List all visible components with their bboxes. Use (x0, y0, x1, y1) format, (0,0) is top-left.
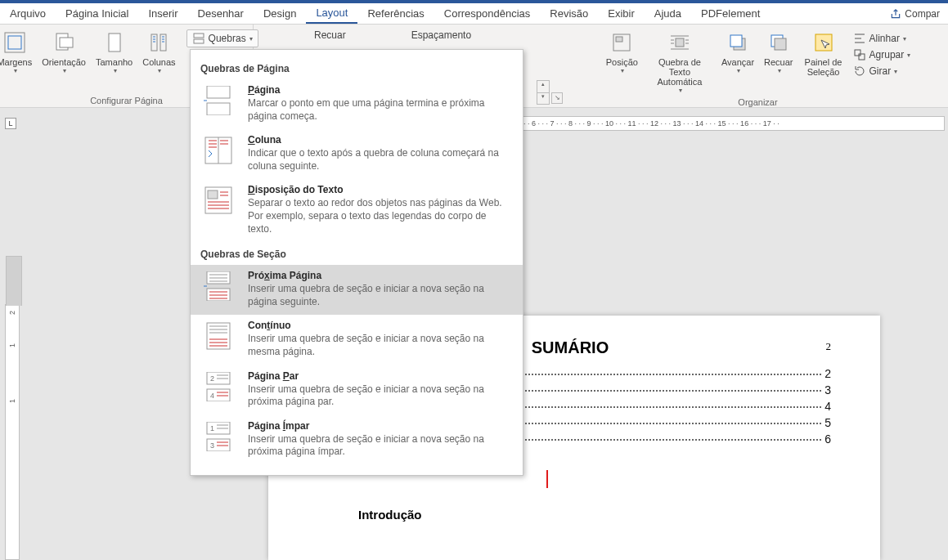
svg-rect-26 (207, 323, 230, 349)
dd-next-page-title: Próxima Página (248, 270, 513, 281)
menu-pdfelement[interactable]: PDFelement (691, 3, 770, 24)
menu-correspondencias[interactable]: Correspondências (434, 3, 541, 24)
dd-even-page-title: Página Par (248, 370, 513, 382)
svg-rect-15 (775, 38, 786, 50)
dd-item-column[interactable]: ColunaIndicar que o texto após a quebra … (191, 129, 523, 179)
dd-continuous-title: Contínuo (248, 320, 513, 331)
continuous-icon (200, 321, 236, 351)
svg-rect-17 (855, 50, 860, 56)
wrap-text-label: Quebra de Texto Automática (648, 57, 712, 87)
send-backward-button[interactable]: Recuar (762, 28, 795, 76)
margins-button[interactable]: Margens (0, 28, 34, 76)
menu-design[interactable]: Design (254, 3, 306, 24)
selection-pane-label: Painel de Seleção (803, 57, 844, 77)
introducao-heading: Introdução (358, 508, 831, 522)
paragraph-labels: Recuar Espaçamento (314, 29, 471, 41)
svg-rect-10 (616, 37, 622, 42)
share-button[interactable]: Compar (882, 8, 948, 20)
tab-selector[interactable]: L (5, 118, 16, 129)
menu-arquivo[interactable]: Arquivo (0, 3, 56, 24)
menu-revisao[interactable]: Revisão (540, 3, 598, 24)
margins-label: Margens (0, 57, 32, 67)
columns-button[interactable]: Colunas (140, 28, 177, 76)
svg-rect-3 (60, 38, 73, 47)
size-label: Tamanho (96, 57, 133, 67)
svg-rect-7 (194, 34, 204, 38)
menu-layout[interactable]: Layout (306, 3, 357, 24)
group-label: Agrupar (869, 49, 905, 60)
column-break-icon (200, 136, 236, 165)
menu-referencias[interactable]: Referências (357, 3, 434, 24)
size-button[interactable]: Tamanho (93, 28, 135, 76)
breaks-button[interactable]: Quebras ▾ (186, 29, 258, 47)
send-backward-icon (766, 29, 792, 56)
dd-section-page-breaks: Quebras de Página (191, 56, 523, 79)
dd-item-odd-page[interactable]: 13 Página ÍmparInserir uma quebra de seç… (191, 415, 523, 465)
send-backward-label: Recuar (764, 57, 793, 67)
vertical-ruler[interactable]: 2 1 1 (5, 304, 20, 560)
menu-desenhar[interactable]: Desenhar (188, 3, 254, 24)
columns-icon (146, 29, 172, 56)
bring-forward-button[interactable]: Avançar (719, 28, 757, 76)
svg-rect-23 (208, 190, 218, 199)
dd-item-page[interactable]: PáginaMarcar o ponto em que uma página t… (191, 79, 523, 129)
dd-item-next-page[interactable]: Próxima PáginaInserir uma quebra de seçã… (191, 265, 523, 315)
selection-pane-button[interactable]: Painel de Seleção (801, 28, 847, 78)
selection-pane-icon (811, 29, 837, 56)
page-number: 2 (826, 340, 832, 353)
horizontal-ruler[interactable]: · · 6 · · · 7 · · · 8 · · · 9 · · · 10 ·… (519, 116, 945, 131)
align-button[interactable]: Alinhar▾ (851, 31, 913, 46)
wrap-text-icon (667, 29, 693, 56)
text-wrap-break-icon (200, 186, 236, 215)
menu-pagina-inicial[interactable]: Página Inicial (56, 3, 138, 24)
svg-rect-18 (859, 54, 865, 60)
svg-text:3: 3 (210, 441, 214, 450)
svg-rect-11 (676, 38, 684, 47)
text-cursor (546, 470, 548, 488)
orientation-label: Orientação (42, 57, 86, 67)
rotate-button[interactable]: Girar▾ (851, 64, 913, 78)
position-icon (609, 29, 635, 56)
orientation-button[interactable]: Orientação (39, 28, 88, 76)
next-page-icon (200, 271, 236, 301)
svg-text:2: 2 (210, 374, 214, 383)
breaks-dropdown: Quebras de Página PáginaMarcar o ponto e… (190, 49, 523, 476)
paragraph-launcher[interactable]: ↘ (551, 92, 563, 104)
rotate-label: Girar (869, 65, 892, 77)
share-icon (890, 8, 901, 20)
svg-rect-4 (109, 34, 120, 52)
indent-label: Recuar (314, 29, 346, 41)
svg-rect-19 (207, 86, 230, 98)
spacing-label: Espaçamento (411, 29, 471, 41)
dd-item-even-page[interactable]: 24 Página ParInserir uma quebra de seção… (191, 365, 523, 415)
svg-rect-8 (194, 39, 204, 43)
svg-rect-1 (8, 36, 21, 49)
menu-inserir[interactable]: Inserir (138, 3, 187, 24)
bring-forward-icon (725, 29, 751, 56)
orientation-icon (51, 29, 77, 56)
svg-rect-13 (730, 35, 742, 47)
menu-exibir[interactable]: Exibir (598, 3, 645, 24)
breaks-label: Quebras (209, 33, 246, 44)
group-arrange: Posição Quebra de Texto Automática Avanç… (568, 25, 948, 107)
spinner[interactable]: ▴▾ (537, 80, 550, 105)
position-label: Posição (606, 57, 638, 67)
position-button[interactable]: Posição (604, 28, 640, 76)
dd-odd-page-title: Página Ímpar (248, 420, 513, 432)
menu-ajuda[interactable]: Ajuda (645, 3, 691, 24)
page-break-icon (200, 86, 236, 115)
dd-section-section-breaks: Quebras de Seção (191, 242, 523, 265)
odd-page-icon: 13 (200, 422, 236, 451)
size-icon (101, 29, 128, 56)
group-button[interactable]: Agrupar▾ (851, 47, 913, 62)
wrap-text-button[interactable]: Quebra de Texto Automática (645, 28, 714, 96)
svg-text:1: 1 (210, 424, 214, 432)
share-label: Compar (905, 8, 940, 20)
align-icon (853, 32, 866, 45)
group-page-setup-label: Configurar Página (90, 94, 163, 105)
dd-item-continuous[interactable]: ContínuoInserir uma quebra de seção e in… (191, 315, 523, 365)
rotate-icon (853, 65, 866, 78)
dd-item-text-wrapping[interactable]: Disposição do TextoSeparar o texto ao re… (191, 179, 523, 242)
breaks-icon (192, 32, 205, 45)
bring-forward-label: Avançar (721, 57, 754, 67)
